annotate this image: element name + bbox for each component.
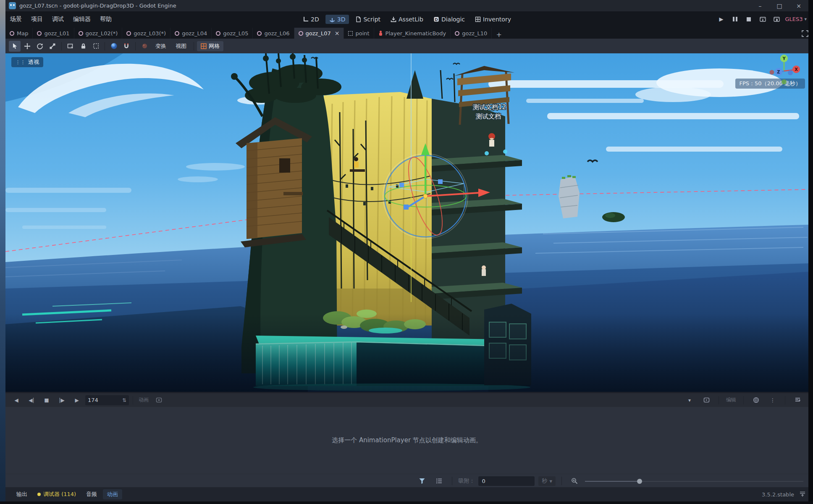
slider-handle[interactable] xyxy=(637,479,642,484)
pause-button[interactable] xyxy=(729,15,740,24)
animation-menu-button[interactable]: 动画 xyxy=(137,395,150,405)
track-list-icon xyxy=(436,478,443,484)
menu-debug[interactable]: 调试 xyxy=(47,16,68,23)
menu-scene[interactable]: 场景 xyxy=(5,16,26,23)
tab-gozz-l06[interactable]: gozz_L06 xyxy=(253,28,294,39)
tab-gozz-l03[interactable]: gozz_L03(*) xyxy=(122,28,170,39)
transform-menu[interactable]: 变换 xyxy=(151,41,170,51)
3d-viewport[interactable]: 测试文档12 测试文档 xyxy=(5,53,808,392)
tab-player-kinematicbody[interactable]: Player_KinematicBody xyxy=(374,28,451,39)
tab-gozz-l10[interactable]: gozz_L10 xyxy=(451,28,492,39)
spinner-arrows-icon[interactable]: ⇅ xyxy=(122,397,126,403)
tab-point[interactable]: point xyxy=(344,28,374,39)
paint-plugin-button[interactable] xyxy=(139,41,150,52)
workspace-inventory-button[interactable]: Inventory xyxy=(471,15,515,24)
move-tool-button[interactable] xyxy=(21,41,33,52)
snap-unit-dropdown[interactable]: 秒 ▾ xyxy=(538,476,556,486)
play-from-start-button[interactable]: |▶ xyxy=(55,395,68,405)
paint-icon xyxy=(142,43,148,49)
status-bar: 输出 调试器 (114) 音频 动画 3.5.2.stable xyxy=(5,487,808,501)
play-custom-scene-button[interactable] xyxy=(771,15,782,24)
tab-gozz-l07-active[interactable]: gozz_L07× xyxy=(294,28,344,39)
distraction-free-button[interactable] xyxy=(802,30,808,37)
environment-sphere-button[interactable] xyxy=(108,41,120,52)
menu-project[interactable]: 项目 xyxy=(26,16,47,23)
rotate-tool-button[interactable] xyxy=(34,41,46,52)
more-options-button[interactable]: ⋮ xyxy=(766,395,779,405)
perspective-menu[interactable]: ⋮⋮ 透视 xyxy=(11,57,43,67)
anim-stop-button[interactable]: ■ xyxy=(40,395,53,405)
workspace-dialogic-button[interactable]: D Dialogic xyxy=(430,15,469,24)
bezier-button[interactable] xyxy=(749,395,763,405)
tab-gozz-l02[interactable]: gozz_L02(*) xyxy=(74,28,123,39)
lock-button[interactable] xyxy=(77,41,89,52)
animation-panel: 选择一个 AnimationPlayer 节点以创建和编辑动画。 xyxy=(5,407,808,474)
expand-bottom-panel-icon[interactable] xyxy=(799,491,806,498)
toolbar-separator xyxy=(561,477,562,485)
play-scene-icon xyxy=(760,16,766,22)
axis-neg-y[interactable] xyxy=(782,79,787,84)
menu-help[interactable]: 帮助 xyxy=(95,16,116,23)
pin-panel-button[interactable] xyxy=(791,395,804,405)
menu-editor[interactable]: 编辑器 xyxy=(68,16,95,23)
play-button[interactable]: ▶ xyxy=(716,15,726,24)
workspace-script-button[interactable]: Script xyxy=(351,15,384,24)
gizmo-plane-handle[interactable] xyxy=(399,183,404,187)
select-tool-button[interactable] xyxy=(9,41,21,52)
snap-button[interactable] xyxy=(121,41,132,52)
gizmo-plane-handle[interactable] xyxy=(438,179,443,184)
track-list-button[interactable] xyxy=(433,476,446,486)
play-backwards-from-end-button[interactable]: ◀ xyxy=(10,395,23,405)
scale-tool-button[interactable] xyxy=(47,41,58,52)
tab-gozz-l04[interactable]: gozz_L04 xyxy=(170,28,212,39)
tab-close-icon[interactable]: × xyxy=(335,30,340,37)
version-label: 3.5.2.stable xyxy=(762,491,794,498)
environment-sphere-icon xyxy=(110,42,118,50)
scene-icon xyxy=(10,31,14,36)
workspace-assetlib-button[interactable]: AssetLib xyxy=(387,15,427,24)
onion-skinning-button[interactable] xyxy=(700,395,713,405)
dialogic-icon: D xyxy=(433,16,439,22)
group-button[interactable] xyxy=(90,41,102,52)
globe-icon xyxy=(753,397,759,403)
edit-button[interactable]: 编辑 xyxy=(724,395,738,405)
tab-gozz-l01[interactable]: gozz_L01 xyxy=(33,28,74,39)
stop-button[interactable] xyxy=(743,15,754,24)
list-select-button[interactable] xyxy=(65,41,76,52)
orientation-gizmo[interactable]: Y Z X xyxy=(766,53,802,89)
scene-icon xyxy=(455,31,459,36)
play-scene-button[interactable] xyxy=(757,15,768,24)
track-dropdown-button[interactable]: ▾ xyxy=(683,395,696,405)
snap-spinbox[interactable]: 0 xyxy=(478,476,535,486)
minimize-button[interactable]: – xyxy=(750,3,770,9)
anim-play-button[interactable]: ▶ xyxy=(70,395,84,405)
workspace-switcher: 2D 3D Script AssetLib D Dialogic Invento… xyxy=(299,15,515,24)
filter-tracks-button[interactable] xyxy=(415,476,429,486)
tab-gozz-l05[interactable]: gozz_L05 xyxy=(212,28,253,39)
renderer-dropdown[interactable]: GLES3 ▾ xyxy=(785,16,808,22)
svg-text:Y: Y xyxy=(782,56,786,61)
window-controls: – □ × xyxy=(750,3,808,9)
bottom-panel-debugger[interactable]: 调试器 (114) xyxy=(33,489,80,499)
workspace-3d-button[interactable]: 3D xyxy=(325,15,349,24)
scene-icon xyxy=(257,31,262,36)
tab-map[interactable]: Map xyxy=(5,28,33,39)
timeline-zoom-slider[interactable] xyxy=(585,476,803,486)
bottom-panel-audio[interactable]: 音频 xyxy=(82,489,101,499)
close-button[interactable]: × xyxy=(789,3,808,9)
new-scene-tab-button[interactable]: + xyxy=(492,31,506,39)
workspace-2d-button[interactable]: 2D xyxy=(299,15,323,24)
bottom-panel-output[interactable]: 输出 xyxy=(12,489,31,499)
view-menu[interactable]: 视图 xyxy=(171,41,191,51)
play-backwards-button[interactable]: ◀| xyxy=(25,395,38,405)
bottom-panel-animation[interactable]: 动画 xyxy=(103,489,122,499)
axis-neg-x[interactable] xyxy=(770,70,774,75)
axis-neg-z[interactable] xyxy=(788,70,793,75)
grid-icon xyxy=(201,43,207,49)
maximize-button[interactable]: □ xyxy=(770,3,789,9)
grid-toggle-button[interactable]: 网格 xyxy=(197,41,223,51)
frame-spinbox[interactable]: 174 ⇅ xyxy=(85,395,129,405)
animation-empty-message: 选择一个 AnimationPlayer 节点以创建和编辑动画。 xyxy=(332,436,482,444)
autokey-button[interactable] xyxy=(152,395,165,405)
zoom-out-button[interactable] xyxy=(568,476,581,486)
